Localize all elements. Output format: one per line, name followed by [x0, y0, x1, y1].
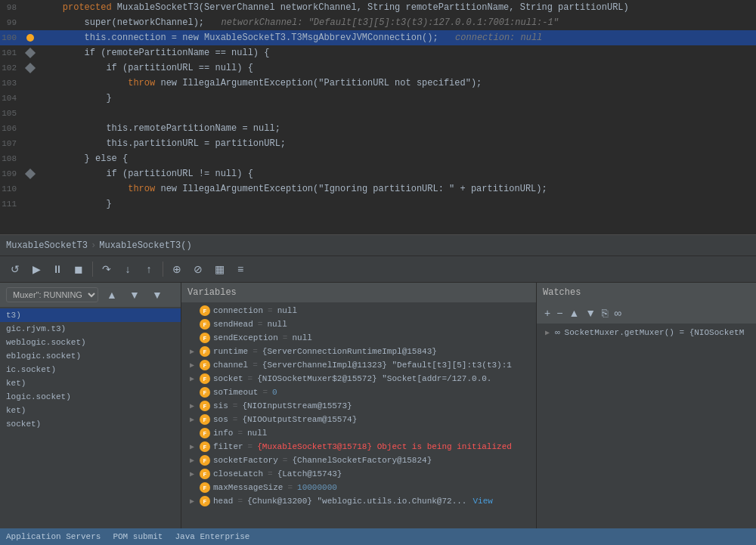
expand-arrow[interactable]: ▶	[187, 469, 197, 478]
mute-breakpoints-icon[interactable]: ⊘	[189, 260, 207, 278]
variable-type-icon: F	[200, 469, 210, 479]
line-number: 108	[0, 154, 23, 163]
expand-arrow[interactable]: ▶	[543, 328, 552, 337]
watches-panel: Watches +−▲▼⎘∞ ▶∞SocketMuxer.getMuxer() …	[537, 283, 756, 528]
expand-watch-icon[interactable]: ∞	[612, 305, 623, 320]
call-stack-item[interactable]: gic.rjvm.t3)	[0, 322, 181, 336]
call-stack-item[interactable]: weblogic.socket)	[0, 336, 181, 349]
variable-item: Fconnection=null	[181, 304, 536, 317]
expand-arrow[interactable]: ▶	[187, 415, 197, 424]
code-content: }	[38, 93, 756, 104]
variable-value: {Chunk@13200} "weblogic.utils.io.Chunk@7…	[247, 497, 466, 506]
line-number: 102	[0, 63, 23, 73]
variable-list: Fconnection=null FsendHead=null FsendExc…	[181, 302, 536, 528]
frame-up-btn[interactable]: ▲	[103, 286, 121, 304]
view-link[interactable]: View	[472, 497, 492, 506]
code-content: protected MuxableSocketT3(ServerChannel …	[38, 2, 756, 13]
variable-value: {NIOOutputStream@15574}	[242, 415, 357, 424]
expand-arrow[interactable]: ▶	[187, 361, 197, 370]
add-watch-icon[interactable]: +	[543, 305, 552, 320]
expand-arrow	[187, 306, 197, 315]
breadcrumb-class: MuxableSocketT3	[6, 240, 88, 251]
code-content: } else {	[38, 153, 756, 164]
resume-icon[interactable]: ▶	[27, 260, 45, 278]
breakpoint-icon	[26, 34, 34, 42]
variable-name: runtime	[213, 347, 248, 356]
variable-type-icon: F	[200, 441, 210, 452]
down-watch-icon[interactable]: ▼	[584, 305, 597, 320]
variable-name: sis	[213, 401, 228, 410]
variable-value: {Latch@15743}	[277, 469, 342, 478]
copy-watch-icon[interactable]: ⎘	[600, 305, 609, 320]
variable-value: {NIOInputStream@15573}	[242, 401, 352, 410]
expand-arrow[interactable]: ▶	[187, 347, 197, 356]
variables-panel: Variables Fconnection=null FsendHead=nul…	[181, 283, 537, 528]
variable-eq: =	[233, 415, 238, 424]
frame-down-btn[interactable]: ▼	[125, 286, 144, 304]
stop-icon[interactable]: ◼	[70, 260, 88, 278]
variable-eq: =	[233, 401, 238, 410]
variable-item: Finfo=null	[181, 426, 536, 440]
code-line-111: 111 }	[0, 197, 756, 212]
code-line-103: 103 throw new IllegalArgumentException("…	[0, 76, 756, 91]
variable-name: sendException	[213, 333, 278, 342]
call-stack-item[interactable]: logic.socket)	[0, 390, 181, 404]
table-icon[interactable]: ▦	[210, 260, 228, 278]
line-number: 101	[0, 48, 23, 57]
variable-eq: =	[283, 333, 288, 342]
variable-name: connection	[213, 306, 263, 315]
pause-icon[interactable]: ⏸	[48, 260, 67, 278]
variable-type-icon: F	[200, 373, 210, 384]
call-stack-item[interactable]: t3)	[0, 308, 181, 322]
step-over-icon[interactable]: ↷	[98, 260, 116, 278]
diamond-icon	[25, 48, 36, 58]
right-panel: Variables Fconnection=null FsendHead=nul…	[181, 283, 756, 528]
variable-name: maxMessageSize	[213, 483, 283, 492]
code-content: this.connection = new MuxableSocketT3.T3…	[38, 33, 756, 43]
expand-arrow	[187, 388, 197, 397]
frame-filter-btn[interactable]: ▼	[148, 286, 166, 304]
variable-value: null	[247, 429, 267, 438]
code-line-110: 110 throw new IllegalArgumentException("…	[0, 181, 756, 197]
code-line-100: 100 this.connection = new MuxableSocketT…	[0, 30, 756, 45]
debug-toolbar: ↺▶⏸◼↷↓↑⊕⊘▦≡	[0, 255, 756, 283]
code-line-106: 106 this.remotePartitionName = null;	[0, 121, 756, 136]
rerun-icon[interactable]: ↺	[6, 260, 24, 278]
code-content: this.remotePartitionName = null;	[38, 123, 756, 134]
expand-arrow[interactable]: ▶	[187, 401, 197, 410]
line-gutter	[23, 64, 38, 72]
expand-arrow[interactable]: ▶	[187, 497, 197, 506]
settings-icon[interactable]: ≡	[231, 260, 249, 278]
expand-arrow[interactable]: ▶	[187, 456, 197, 465]
call-stack-item[interactable]: ic.socket)	[0, 363, 181, 376]
line-number: 111	[0, 200, 23, 209]
line-number: 103	[0, 79, 23, 88]
expand-arrow[interactable]: ▶	[187, 374, 197, 383]
remove-watch-icon[interactable]: −	[555, 305, 564, 320]
variable-item: FmaxMessageSize=10000000	[181, 481, 536, 494]
inline-hint: networkChannel: "Default[t3][5]:t3(t3):1…	[210, 17, 559, 28]
call-stack-item[interactable]: ket)	[0, 376, 181, 390]
line-number: 110	[0, 184, 23, 194]
call-stack-item[interactable]: eblogic.socket)	[0, 349, 181, 363]
code-line-98: 98 protected MuxableSocketT3(ServerChann…	[0, 0, 756, 15]
variable-type-icon: F	[200, 387, 210, 398]
view-breakpoints-icon[interactable]: ⊕	[168, 260, 186, 278]
call-stack-item[interactable]: ket)	[0, 404, 181, 417]
code-content: if (partitionURL != null) {	[38, 169, 756, 179]
expand-arrow[interactable]: ▶	[187, 442, 197, 451]
variable-name: channel	[213, 361, 248, 370]
code-line-107: 107 this.partitionURL = partitionURL;	[0, 136, 756, 151]
call-stack-item[interactable]: socket)	[0, 417, 181, 431]
variable-name: socketFactory	[213, 456, 278, 465]
variable-value: 10000000	[297, 483, 337, 492]
variable-item: FsendHead=null	[181, 317, 536, 331]
up-watch-icon[interactable]: ▲	[567, 305, 581, 320]
step-out-icon[interactable]: ↑	[140, 260, 158, 278]
code-line-105: 105	[0, 106, 756, 121]
watches-title: Watches	[537, 283, 756, 302]
thread-dropdown[interactable]: Muxer": RUNNING	[6, 287, 98, 302]
line-gutter	[23, 49, 38, 57]
step-into-icon[interactable]: ↓	[119, 260, 137, 278]
variable-item: FsoTimeout=0	[181, 386, 536, 399]
